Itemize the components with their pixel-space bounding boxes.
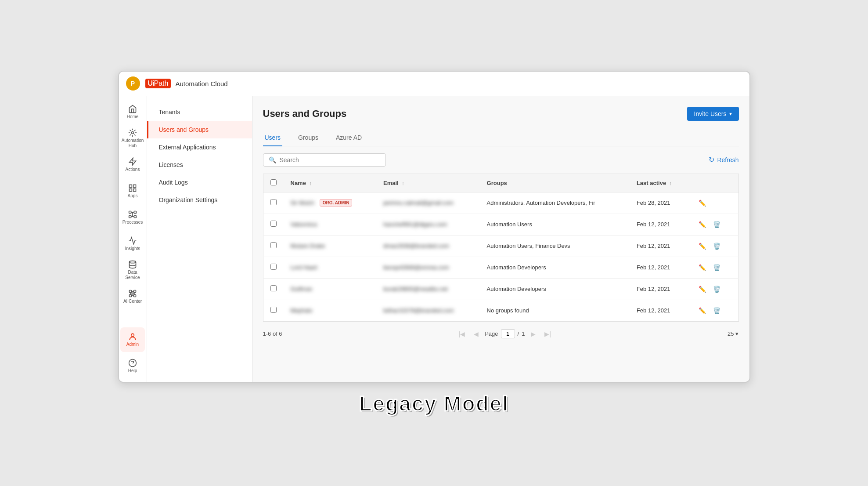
- edit-button[interactable]: ✏️: [697, 198, 708, 208]
- delete-button[interactable]: 🗑️: [711, 241, 722, 251]
- first-page-button[interactable]: |◀: [456, 329, 468, 339]
- svg-rect-4: [133, 189, 136, 191]
- row-last-active: Feb 28, 2021: [630, 192, 690, 214]
- per-page-value: 25: [728, 330, 734, 337]
- nav-item-external-applications[interactable]: External Applications: [147, 138, 252, 156]
- content-header: Users and Groups Invite Users ▾: [263, 107, 739, 121]
- delete-button[interactable]: 🗑️: [711, 262, 722, 273]
- content-area: Users and Groups Invite Users ▾ Users Gr…: [252, 96, 749, 382]
- col-actions: [690, 174, 738, 192]
- svg-rect-17: [134, 294, 136, 297]
- nav-item-users-and-groups[interactable]: Users and Groups: [147, 121, 252, 138]
- nav-item-licenses[interactable]: Licenses: [147, 156, 252, 174]
- row-checkbox[interactable]: [270, 307, 277, 313]
- select-all-checkbox[interactable]: [270, 179, 277, 185]
- table-row: Vabonnicahanchef991@digaru.comAutomation…: [263, 214, 738, 235]
- sidebar-item-insights[interactable]: Insights: [120, 232, 145, 256]
- page-input-area: Page / 1: [485, 329, 525, 338]
- tab-users[interactable]: Users: [263, 130, 283, 146]
- next-page-button[interactable]: ▶: [528, 329, 538, 339]
- page-separator: /: [518, 330, 519, 337]
- row-actions-cell: ✏️: [690, 192, 738, 214]
- sidebar-item-data-service[interactable]: Data Service: [120, 258, 145, 283]
- sidebar-item-home[interactable]: Home: [120, 100, 145, 124]
- automation-hub-label: Automation Hub: [120, 138, 145, 149]
- table-row: Mutare Drakedmax2938@branded.comAutomati…: [263, 235, 738, 257]
- row-actions-cell: ✏️🗑️: [690, 257, 738, 278]
- main-layout: Home Automation Hub Actions: [119, 96, 749, 382]
- data-service-icon: [128, 260, 137, 269]
- row-last-active: Feb 12, 2021: [630, 235, 690, 257]
- edit-button[interactable]: ✏️: [697, 219, 708, 230]
- row-checkbox[interactable]: [270, 221, 277, 227]
- apps-label: Apps: [128, 193, 138, 199]
- col-groups: Groups: [480, 174, 630, 192]
- nav-item-organization-settings[interactable]: Organization Settings: [147, 191, 252, 209]
- row-groups: No groups found: [480, 300, 630, 321]
- org-admin-badge: ORG. ADMIN: [320, 199, 353, 207]
- row-checkbox-cell: [263, 214, 284, 235]
- tab-azure-ad[interactable]: Azure AD: [334, 130, 364, 146]
- prev-page-button[interactable]: ◀: [471, 329, 481, 339]
- page-number-input[interactable]: [501, 329, 515, 338]
- icon-sidebar: Home Automation Hub Actions: [119, 96, 147, 382]
- edit-button[interactable]: ✏️: [697, 262, 708, 273]
- edit-button[interactable]: ✏️: [697, 305, 708, 316]
- row-name-cell: Mutare Drake: [284, 235, 376, 257]
- row-name-cell: Mephalo: [284, 300, 376, 321]
- row-checkbox[interactable]: [270, 285, 277, 291]
- search-row: 🔍 ↻ Refresh: [263, 153, 739, 167]
- row-checkbox-cell: [263, 257, 284, 278]
- search-icon: 🔍: [269, 156, 276, 163]
- col-email: Email ↑: [376, 174, 480, 192]
- row-checkbox[interactable]: [270, 199, 277, 205]
- search-input[interactable]: [280, 156, 380, 163]
- nav-item-tenants[interactable]: Tenants: [147, 103, 252, 121]
- row-email: burak29800@neadbo.net: [383, 286, 448, 292]
- row-email: dmax2938@branded.com: [383, 243, 449, 249]
- sidebar-item-ai-center[interactable]: AI Center: [120, 284, 145, 309]
- nav-item-audit-logs[interactable]: Audit Logs: [147, 174, 252, 191]
- data-service-label: Data Service: [120, 270, 145, 280]
- row-email-cell: burak29800@neadbo.net: [376, 278, 480, 300]
- row-groups: Automation Users: [480, 214, 630, 235]
- row-last-active: Feb 12, 2021: [630, 257, 690, 278]
- row-name-cell: Lord Haart: [284, 257, 376, 278]
- per-page-select[interactable]: 25 ▾: [728, 330, 738, 337]
- automation-hub-icon: [128, 128, 137, 137]
- pagination-row: 1-6 of 6 |◀ ◀ Page / 1 ▶ ▶| 25 ▾: [263, 329, 739, 339]
- row-checkbox[interactable]: [270, 264, 277, 270]
- last-page-button[interactable]: ▶|: [542, 329, 554, 339]
- col-last-active: Last active ↑: [630, 174, 690, 192]
- row-last-active: Feb 12, 2021: [630, 214, 690, 235]
- sidebar-item-help[interactable]: Help: [120, 354, 145, 378]
- sidebar-item-automation-hub[interactable]: Automation Hub: [120, 126, 145, 151]
- tab-groups[interactable]: Groups: [296, 130, 320, 146]
- app-frame: P Ui Path Automation Cloud Home: [118, 71, 750, 383]
- row-checkbox[interactable]: [270, 242, 277, 248]
- delete-button[interactable]: 🗑️: [711, 284, 722, 294]
- users-table: Name ↑ Email ↑ Groups Last active ↑ Sir …: [263, 174, 739, 322]
- edit-button[interactable]: ✏️: [697, 241, 708, 251]
- select-all-header: [263, 174, 284, 192]
- row-email: bdhac31578@branded.com: [383, 307, 454, 314]
- sidebar-item-actions[interactable]: Actions: [120, 152, 145, 177]
- sidebar-item-apps[interactable]: Apps: [120, 179, 145, 203]
- svg-rect-15: [134, 290, 136, 292]
- user-avatar[interactable]: P: [126, 76, 140, 91]
- table-row: Lord Haartbeosp42668@emrea.comAutomation…: [263, 257, 738, 278]
- invite-users-button[interactable]: Invite Users ▾: [687, 107, 739, 121]
- table-header: Name ↑ Email ↑ Groups Last active ↑: [263, 174, 738, 192]
- refresh-button[interactable]: ↻ Refresh: [709, 156, 738, 164]
- delete-button[interactable]: 🗑️: [711, 305, 722, 316]
- edit-button[interactable]: ✏️: [697, 284, 708, 294]
- sidebar-item-processes[interactable]: Processes: [120, 205, 145, 230]
- sidebar-item-admin[interactable]: Admin: [120, 327, 145, 352]
- svg-rect-14: [130, 290, 132, 292]
- logo-path: Path: [154, 80, 169, 87]
- delete-button[interactable]: 🗑️: [711, 219, 722, 230]
- invite-users-label: Invite Users: [694, 110, 727, 117]
- row-checkbox-cell: [263, 278, 284, 300]
- row-last-active: Feb 12, 2021: [630, 278, 690, 300]
- search-box[interactable]: 🔍: [263, 153, 386, 167]
